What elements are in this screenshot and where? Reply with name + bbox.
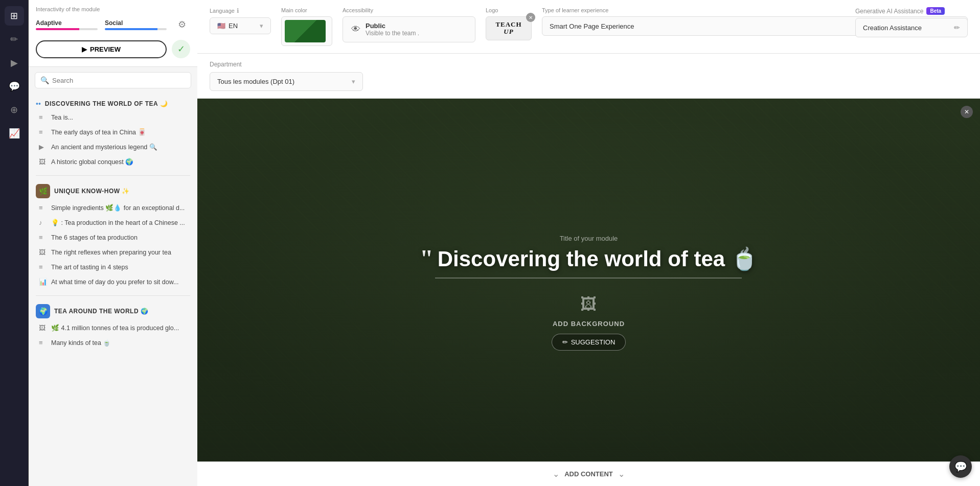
department-value: Tous les modules (Dpt 01) [217,78,294,85]
creation-edit-icon[interactable]: ✏ [954,24,960,32]
ai-label: Generative AI Assistance [855,8,923,15]
logo-close-button[interactable]: ✕ [526,13,535,22]
experience-value: Smart One Page Experience [550,22,634,30]
language-selector[interactable]: 🇺🇸 EN ▾ [210,17,271,34]
list-item[interactable]: ≡ Simple ingredients 🌿💧 for an exception… [29,200,197,215]
icon-bar: ⊞ ✏ ▶ 💬 ⊕ 📈 [0,0,29,486]
video-nav-icon[interactable]: ▶ [5,53,24,73]
interactivity-label: Interactivity of the module [36,6,190,12]
pencil-nav-icon[interactable]: ✏ [5,30,24,49]
module-2-title: UNIQUE KNOW-HOW ✨ [54,188,190,195]
add-bg-label: ADD BACKGROUND [553,320,625,328]
preview-button[interactable]: ▶ PREVIEW [36,40,167,58]
list-item[interactable]: ≡ The early days of tea in China 🀄 [29,125,197,140]
list-icon: ≡ [39,234,47,241]
list-item[interactable]: ≡ Many kinds of tea 🍵 [29,335,197,350]
module-3-section: 🌍 TEA AROUND THE WORLD 🌍 🖼 🌿 4.1 million… [29,298,197,354]
preview-row: ▶ PREVIEW ✓ [36,38,190,62]
teach-up-logo: TEACH UP [495,21,521,36]
list-item[interactable]: ≡ The 6 stages of tea production [29,230,197,245]
search-input[interactable] [52,77,186,84]
department-row: Department Tous les modules (Dpt 01) ▾ [197,54,980,99]
list-icon: ≡ [39,339,47,346]
accessibility-info: Public Visible to the team . [366,22,419,37]
section-divider [36,175,190,176]
item-text: Tea is... [51,114,190,121]
list-icon: ≡ [39,263,47,271]
department-selector[interactable]: Tous les modules (Dpt 01) ▾ [210,72,363,91]
list-item[interactable]: ≡ The art of tasting in 4 steps [29,260,197,274]
image-icon: 🖼 [39,248,47,256]
module-content: Title of your module " Discovering the w… [420,235,758,351]
language-section: Language ℹ 🇺🇸 EN ▾ [210,7,271,46]
chevron-down-icon: ▾ [352,78,355,85]
color-label: Main color [281,7,332,13]
share-nav-icon[interactable]: ⊕ [5,100,24,120]
item-text: The art of tasting in 4 steps [51,264,190,271]
music-icon: ♪ [39,219,47,226]
color-picker[interactable] [281,16,332,46]
sidebar-top: Interactivity of the module Adaptive Soc… [29,0,197,67]
creation-assistance-button[interactable]: Creation Assistance ✏ [855,18,968,37]
module-2-header[interactable]: 🌿 UNIQUE KNOW-HOW ✨ [29,180,197,200]
canvas-close-button[interactable]: ✕ [961,106,973,118]
module-1-title: DISCOVERING THE WORLD OF TEA 🌙 [45,100,190,107]
section-divider-2 [36,295,190,296]
add-content-button[interactable]: ADD CONTENT [564,470,613,478]
item-text: A historic global conquest 🌍 [51,158,190,166]
flag-icon: 🇺🇸 [217,22,225,30]
social-slider-group: Social [105,19,167,30]
title-underline [435,277,742,279]
logo-section: Logo ✕ TEACH UP [486,7,532,46]
chart-nav-icon[interactable]: 📈 [5,124,24,143]
logo-box[interactable]: ✕ TEACH UP [486,16,532,40]
list-item[interactable]: 📊 At what time of day do you prefer to s… [29,274,197,289]
module-1-dots: •• [36,100,41,108]
list-item[interactable]: ▶ An ancient and mysterious legend 🔍 [29,140,197,154]
chevron-down-icon: ▾ [260,22,263,30]
chat-bubble-button[interactable]: 💬 [949,455,972,478]
item-text: The early days of tea in China 🀄 [51,128,190,136]
accessibility-section: Accessibility 👁 Public Visible to the te… [343,7,475,46]
quote-icon: " [420,249,434,268]
list-item[interactable]: ♪ 💡 : Tea production in the heart of a C… [29,215,197,230]
preview-label: PREVIEW [90,45,121,53]
list-item[interactable]: 🖼 A historic global conquest 🌍 [29,154,197,169]
main-area: Language ℹ 🇺🇸 EN ▾ Main color Accessibil… [197,0,980,486]
ai-header-row: Generative AI Assistance Beta [855,7,968,15]
suggestion-button[interactable]: ✏ SUGGESTION [552,334,626,351]
creation-label: Creation Assistance [863,24,922,32]
item-text: 💡 : Tea production in the heart of a Chi… [51,219,190,226]
up-text: UP [495,28,521,35]
list-item[interactable]: ≡ Tea is... [29,110,197,125]
color-section: Main color [281,7,332,46]
visible-label: Visible to the team . [366,30,419,37]
ai-panel: Generative AI Assistance Beta Creation A… [855,7,968,37]
accessibility-selector[interactable]: 👁 Public Visible to the team . [343,16,475,42]
comment-nav-icon[interactable]: 💬 [5,77,24,96]
chevron-down-right-icon: ⌄ [618,469,625,479]
item-text: The 6 stages of tea production [51,234,190,241]
list-item[interactable]: 🖼 🌿 4.1 million tonnes of tea is produce… [29,320,197,335]
image-icon: 🖼 [39,158,47,166]
add-content-bar: ⌄ ADD CONTENT ⌄ [197,461,980,486]
list-icon: ≡ [39,204,47,212]
top-bar: Language ℹ 🇺🇸 EN ▾ Main color Accessibil… [197,0,980,54]
grid-nav-icon[interactable]: ⊞ [5,6,24,26]
module-2-icon-img: 🌿 [39,187,48,195]
settings-button[interactable]: ⚙ [174,16,190,33]
module-1-section: •• DISCOVERING THE WORLD OF TEA 🌙 ≡ Tea … [29,94,197,173]
module-3-title: TEA AROUND THE WORLD 🌍 [54,308,190,315]
pencil-suggestion-icon: ✏ [562,338,568,346]
search-bar: 🔍 [35,72,191,88]
check-button[interactable]: ✓ [172,40,190,58]
list-icon: ≡ [39,128,47,136]
language-value: EN [229,22,238,30]
preview-icon: ▶ [82,45,87,53]
social-slider[interactable] [105,28,167,30]
adaptive-slider[interactable] [36,28,98,30]
module-3-header[interactable]: 🌍 TEA AROUND THE WORLD 🌍 [29,300,197,320]
list-item[interactable]: 🖼 The right reflexes when preparing your… [29,245,197,260]
add-content-label: ADD CONTENT [564,470,613,478]
module-1-header[interactable]: •• DISCOVERING THE WORLD OF TEA 🌙 [29,96,197,110]
